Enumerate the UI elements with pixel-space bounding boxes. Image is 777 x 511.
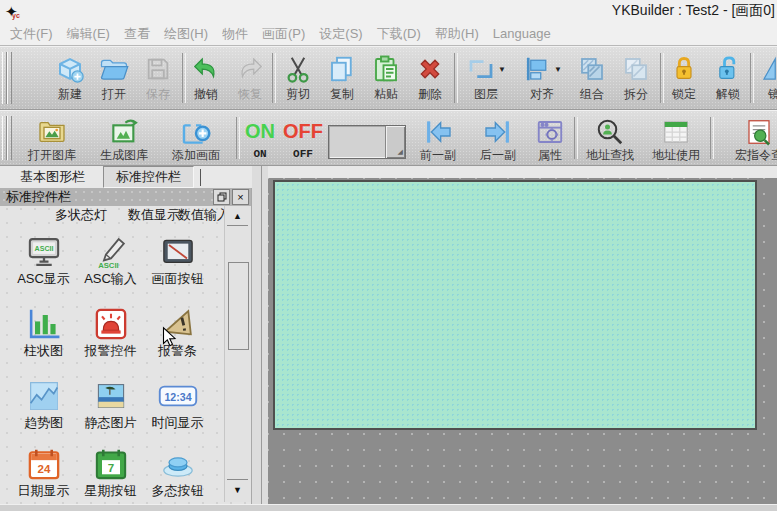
week-button-icon: 7 [93,444,129,484]
panel-float-button[interactable] [213,189,230,205]
toolbox-item-numeric-input[interactable]: 数值输入 [178,206,224,222]
svg-text:ASCII: ASCII [98,261,119,270]
ungroup-button[interactable]: 拆分 [614,51,658,101]
scroll-down-button[interactable]: ▼ [227,479,248,499]
toolbox-item-asc-display[interactable]: ASCII ASC显示 [10,232,77,285]
previous-screen-button[interactable]: 前一副 [408,115,468,162]
scrollbar-thumb[interactable] [228,262,249,350]
menu-file[interactable]: 文件(F) [10,25,53,43]
generate-gallery-icon [108,115,140,148]
combobox-field[interactable] [329,126,385,158]
menu-help[interactable]: 帮助(H) [435,25,479,43]
svg-text:24: 24 [37,463,50,475]
macro-view-button[interactable]: 宏指令查 [714,115,777,162]
menu-object[interactable]: 物件 [222,25,248,43]
dropdown-arrow-icon[interactable]: ▼ [554,65,562,74]
ykbuilder-window: ✦yc YKBuilder : Test2 - [画面0] 文件(F) 编辑(E… [0,0,777,511]
lock-icon [670,51,698,87]
mirror-button[interactable]: 镜 [752,51,777,101]
add-screen-button[interactable]: 添加画面 [160,115,232,162]
toolbox-item-bar-chart[interactable]: 柱状图 [10,304,77,357]
delete-button[interactable]: 删除 [408,51,452,101]
toolbox-item-date-display[interactable]: 24 日期显示 [10,444,77,497]
toolbar-grip[interactable] [7,116,12,160]
toolbox-item-trend-chart[interactable]: 趋势图 [10,376,77,429]
save-button[interactable]: 保存 [136,51,180,101]
multistate-button-icon [160,444,196,484]
toolbox-item-static-picture[interactable]: 静态图片 [77,376,144,429]
svg-text:ASCII: ASCII [34,245,53,252]
cut-button[interactable]: 剪切 [276,51,320,101]
menu-screen[interactable]: 画面(P) [262,25,305,43]
bar-chart-icon [26,304,62,344]
on-state-button[interactable]: ON ON [240,115,280,160]
toolbox-row: 趋势图 静态图片 12:34 时间显示 [10,376,215,429]
address-usage-button[interactable]: 地址使用 [644,115,708,162]
svg-text:7: 7 [107,462,113,474]
menu-view[interactable]: 查看 [124,25,150,43]
properties-button[interactable]: 属性 [528,115,572,162]
undo-button[interactable]: 撤销 [184,51,228,101]
off-icon: OFF [283,115,323,148]
toolbox-row: 24 日期显示 7 星期按钮 多态按钮 [10,444,215,497]
on-icon: ON [245,115,275,148]
main-toolbar: 新建 打开 保存 撤销 恢复 剪切 复制 粘贴 [0,46,777,110]
combobox-drop-button[interactable]: ◢ [385,126,405,158]
off-state-button[interactable]: OFF OFF [282,115,324,160]
splitter-grip [261,166,264,511]
open-gallery-icon [36,115,68,148]
toolbox-item-week-button[interactable]: 7 星期按钮 [77,444,144,497]
toolbox-item-time-display[interactable]: 12:34 时间显示 [144,376,211,429]
group-button[interactable]: 组合 [570,51,614,101]
generate-gallery-button[interactable]: 生成图库 [88,115,160,162]
open-button[interactable]: 打开 [92,51,136,101]
time-display-icon: 12:34 [158,376,198,416]
toolbox-row-clipped: 多状态灯 数值显示 数值输入 [0,206,224,222]
panel-scrollbar[interactable]: ▲ ▼ [224,206,251,502]
scroll-up-button[interactable]: ▲ [227,206,248,226]
next-screen-button[interactable]: 后一副 [468,115,528,162]
open-gallery-button[interactable]: 打开图库 [16,115,88,162]
copy-button[interactable]: 复制 [320,51,364,101]
menu-edit[interactable]: 编辑(E) [67,25,110,43]
new-button[interactable]: 新建 [48,51,92,101]
paste-clipboard-icon [371,51,401,87]
tab-basic-graphics[interactable]: 基本图形栏 [8,167,97,187]
layer-button[interactable]: ▼ 图层 [458,51,514,101]
address-find-button[interactable]: 地址查找 [578,115,642,162]
panel-title: 标准控件栏 [6,188,211,206]
panel-title-bar: 标准控件栏 × [0,188,252,206]
menu-language[interactable]: Language [493,26,551,41]
menu-download[interactable]: 下载(D) [377,25,421,43]
status-strip [0,504,777,511]
paste-button[interactable]: 粘贴 [364,51,408,101]
screen-toolbar: 打开图库 生成图库 添加画面 ON ON OFF OFF ◢ 前一副 后 [0,110,777,166]
dropdown-arrow-icon[interactable]: ▼ [498,65,506,74]
toolbox-item-multistate-lamp[interactable]: 多状态灯 [55,206,107,222]
group-icon [577,51,607,87]
unlock-button[interactable]: 解锁 [706,51,750,101]
screen-select-combobox[interactable]: ◢ [328,125,406,159]
open-folder-icon [99,51,129,87]
menu-draw[interactable]: 绘图(H) [164,25,208,43]
redo-button[interactable]: 恢复 [228,51,272,101]
toolbar-grip[interactable] [7,52,12,104]
toolbox-item-multistate-button[interactable]: 多态按钮 [144,444,211,497]
panel-close-button[interactable]: × [232,189,249,205]
standard-controls-panel: 标准控件栏 × 多状态灯 数值显示 数值输入 ASCII ASC显示 ASCII… [0,188,252,504]
lock-button[interactable]: 锁定 [662,51,706,101]
toolbox-item-numeric-display[interactable]: 数值显示 [128,206,180,222]
tab-standard-controls[interactable]: 标准控件栏 [103,166,194,188]
panel-splitter[interactable] [252,166,268,511]
menu-settings[interactable]: 设定(S) [319,25,362,43]
align-icon: ▼ [522,51,562,87]
toolbox-item-asc-input[interactable]: ASCII ASC输入 [77,232,144,285]
cut-scissors-icon [283,51,313,87]
toolbox-item-alarm-control[interactable]: 报警控件 [77,304,144,357]
ungroup-icon [621,51,651,87]
screen-canvas[interactable] [273,180,757,430]
toolbox-item-screen-button[interactable]: 画面按钮 [144,232,211,285]
asc-display-icon: ASCII [26,232,62,272]
asc-input-icon: ASCII [93,232,129,272]
align-button[interactable]: ▼ 对齐 [514,51,570,101]
